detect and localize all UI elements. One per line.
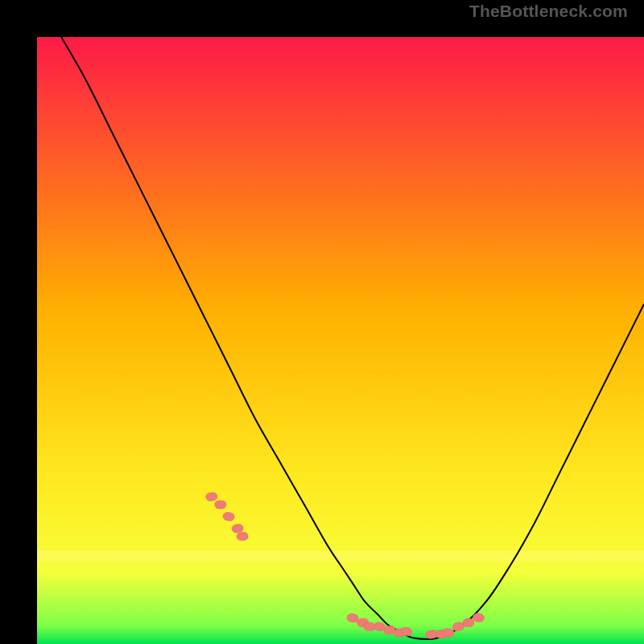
marker-dot [463,619,474,627]
marker-dot [215,501,226,509]
highlight-band [37,551,644,562]
bottleneck-chart [37,37,644,644]
watermark-text: TheBottleneck.com [469,2,628,21]
marker-dot [364,622,375,630]
marker-dot [237,532,248,540]
chart-frame [0,0,644,644]
